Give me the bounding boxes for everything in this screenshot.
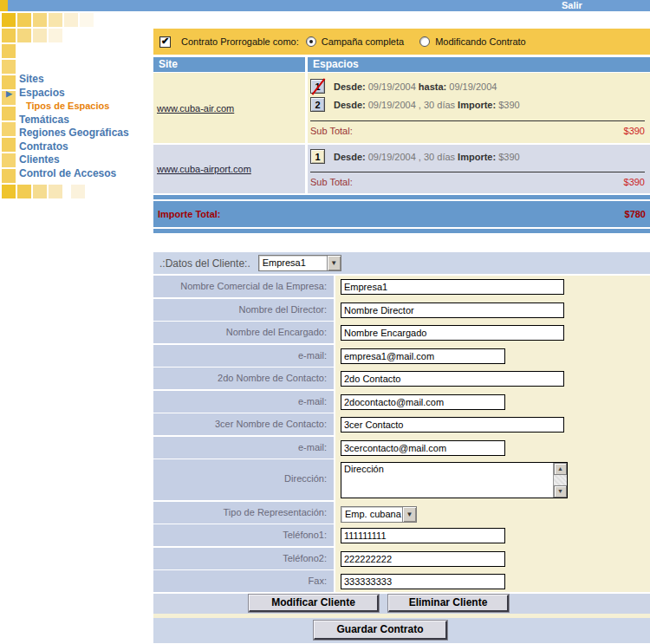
fax-field[interactable] xyxy=(341,574,505,589)
main-content: Contrato Prorrogable como: Campaña compl… xyxy=(153,29,650,643)
table-row: www.cuba-air.com 1 Desde: 09/19/2004 has… xyxy=(153,73,650,143)
director-name-field[interactable] xyxy=(341,302,564,318)
site-cell: www.cuba-airport.com xyxy=(153,145,305,193)
encargado-name-field[interactable] xyxy=(341,325,564,341)
client-select[interactable]: Empresa1 ▼ xyxy=(258,255,341,271)
site-link-cuba-airport[interactable]: www.cuba-airport.com xyxy=(157,164,251,174)
active-item-arrow-icon: ▶ xyxy=(6,88,12,101)
sidebar-item-espacios[interactable]: ▶Espacios xyxy=(0,87,153,101)
divider xyxy=(310,120,645,121)
email-field[interactable] xyxy=(341,348,505,364)
field-label: Nombre del Director: xyxy=(153,299,334,321)
sidebar-item-contratos[interactable]: Contratos xyxy=(0,140,153,154)
sidebar-item-clientes[interactable]: Clientes xyxy=(0,153,153,167)
client-buttons-row: Modificar Cliente Eliminar Cliente xyxy=(153,594,650,614)
form-row: Dirección: Dirección ▲ ▼ xyxy=(153,459,650,500)
modificar-cliente-button[interactable]: Modificar Cliente xyxy=(249,595,379,612)
client-data-header: .:Datos del Cliente:. Empresa1 ▼ xyxy=(153,252,650,274)
empresa-name-field[interactable] xyxy=(341,279,564,295)
importe-total-label: Importe Total: xyxy=(158,209,221,219)
sidebar-item-tematicas[interactable]: Temáticas xyxy=(0,114,153,127)
form-row: Nombre Comercial de la Empresa: xyxy=(153,276,650,297)
space-entry: 2 Desde: 09/19/2004 , 30 días Importe: $… xyxy=(310,97,647,112)
sidebar-item-regiones-geograficas[interactable]: Regiones Geográficas xyxy=(0,127,153,140)
modificando-contrato-radio[interactable] xyxy=(419,36,430,47)
sidebar-item-tipos-de-espacios[interactable]: Tipos de Espacios xyxy=(0,100,153,114)
scroll-down-icon[interactable]: ▼ xyxy=(554,485,567,498)
importe-label: Importe: xyxy=(458,152,496,162)
desde-label: Desde: xyxy=(334,100,366,110)
space-details: Desde: 09/19/2004 , 30 días Importe: $39… xyxy=(334,152,520,162)
campana-completa-radio[interactable] xyxy=(306,36,316,47)
space-1-button-crossed[interactable]: 1 xyxy=(310,79,325,94)
desde-value: 09/19/2004 , 30 días xyxy=(366,152,458,162)
form-row: Nombre del Encargado: xyxy=(153,322,650,343)
field-label: Teléfono1: xyxy=(153,524,334,546)
field-label: 3cer Nombre de Contacto: xyxy=(153,413,334,435)
field-label: Nombre del Encargado: xyxy=(153,322,334,343)
field-label: Nombre Comercial de la Empresa: xyxy=(153,276,334,297)
telefono1-field[interactable] xyxy=(341,528,505,543)
chevron-down-icon[interactable]: ▼ xyxy=(327,256,341,270)
field-label: Tipo de Representación: xyxy=(153,502,334,524)
save-contract-row: Guardar Contrato xyxy=(153,618,650,643)
field-label: Fax: xyxy=(153,570,334,592)
logout-link[interactable]: Salir xyxy=(562,0,582,11)
space-details: Desde: 09/19/2004 , 30 días Importe: $39… xyxy=(334,100,520,110)
space-1-button[interactable]: 1 xyxy=(310,149,325,164)
form-row: Tipo de Representación: Emp. cubana ▼ xyxy=(153,502,650,524)
contact3-name-field[interactable] xyxy=(341,417,564,433)
telefono2-field[interactable] xyxy=(341,551,505,567)
client-data-title: .:Datos del Cliente:. xyxy=(159,257,250,270)
form-row: Teléfono2: xyxy=(153,548,650,569)
space-2-button[interactable]: 2 xyxy=(310,97,325,112)
subtotal-value: $390 xyxy=(624,126,645,136)
eliminar-cliente-button[interactable]: Eliminar Cliente xyxy=(388,595,509,612)
sidebar-item-sites[interactable]: Sites xyxy=(0,73,153,87)
sidebar-item-control-de-accesos[interactable]: Control de Accesos xyxy=(0,167,153,181)
espacios-column-header: Espacios xyxy=(308,57,650,72)
form-row: 2do Nombre de Contacto: xyxy=(153,368,650,389)
subtotal-row: Sub Total: $390 xyxy=(310,126,647,136)
page: Salir Sites ▶Espacios Tipos de Espacios … xyxy=(0,0,650,644)
tipo-representacion-select[interactable]: Emp. cubana ▼ xyxy=(341,506,417,523)
band-strip xyxy=(153,229,650,233)
site-cell: www.cuba-air.com xyxy=(153,73,305,143)
importe-total-row: Importe Total: $780 xyxy=(153,201,650,227)
prorrogable-checkbox[interactable] xyxy=(159,36,171,48)
site-column-header: Site xyxy=(153,57,305,72)
modificando-contrato-label: Modificando Contrato xyxy=(435,36,526,47)
desde-label: Desde: xyxy=(334,81,366,92)
chevron-down-icon[interactable]: ▼ xyxy=(402,507,416,522)
scroll-up-icon[interactable]: ▲ xyxy=(554,463,567,475)
sidebar-nav: Sites ▶Espacios Tipos de Espacios Temáti… xyxy=(0,73,153,180)
direccion-textarea-box: Dirección ▲ ▼ xyxy=(341,462,568,498)
hasta-value: 09/19/2004 xyxy=(446,81,497,92)
field-label: 2do Nombre de Contacto: xyxy=(153,368,334,389)
contact2-email-field[interactable] xyxy=(341,394,505,410)
form-row: Teléfono1: xyxy=(153,524,650,546)
form-row: Nombre del Director: xyxy=(153,299,650,321)
desde-value: 09/19/2004 xyxy=(366,81,419,92)
space-details: Desde: 09/19/2004 hasta: 09/19/2004 xyxy=(334,81,497,92)
tipo-representacion-value: Emp. cubana xyxy=(341,507,402,522)
form-row: e-mail: xyxy=(153,345,650,367)
divider xyxy=(310,172,645,172)
field-label: e-mail: xyxy=(153,437,334,459)
form-row: 3cer Nombre de Contacto: xyxy=(153,413,650,435)
contact3-email-field[interactable] xyxy=(341,440,505,456)
field-label: Dirección: xyxy=(153,459,334,500)
sidebar-item-label: Espacios xyxy=(19,87,65,99)
contact2-name-field[interactable] xyxy=(341,371,564,387)
campana-completa-label: Campaña completa xyxy=(322,36,404,47)
top-bar xyxy=(0,0,650,11)
scrollbar[interactable]: ▲ ▼ xyxy=(553,463,567,498)
form-row: Fax: xyxy=(153,570,650,592)
hasta-label: hasta: xyxy=(419,81,446,92)
sites-table-header: Site Espacios xyxy=(153,57,650,72)
prorrogable-checkbox-label: Contrato Prorrogable como: xyxy=(181,36,299,47)
site-link-cuba-air[interactable]: www.cuba-air.com xyxy=(157,103,234,114)
direccion-textarea[interactable]: Dirección xyxy=(341,463,553,498)
space-entry: 1 Desde: 09/19/2004 , 30 días Importe: $… xyxy=(310,149,647,164)
guardar-contrato-button[interactable]: Guardar Contrato xyxy=(314,621,447,640)
